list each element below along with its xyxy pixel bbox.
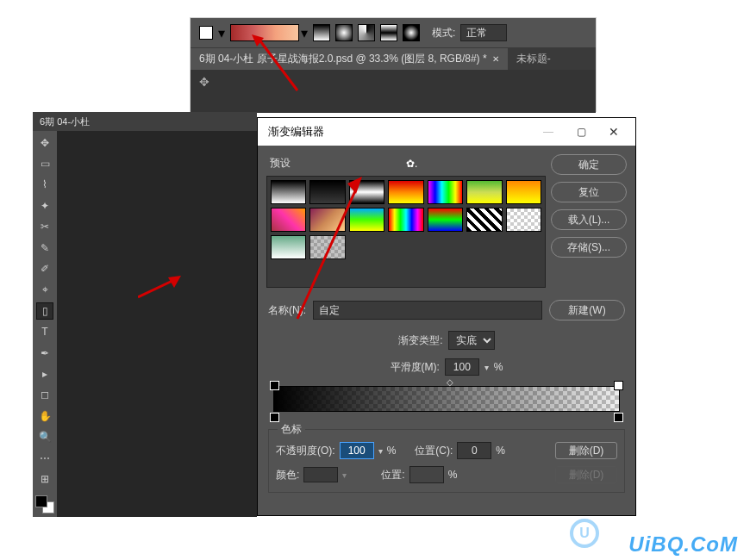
gradient-editor-dialog: 渐变编辑器 预设 ✿. bbox=[257, 117, 636, 516]
presets-grid bbox=[266, 176, 546, 288]
delete-stop-button-disabled: 删除(D) bbox=[555, 466, 617, 483]
clone-tool[interactable]: ⌖ bbox=[36, 282, 53, 298]
preset-swatch[interactable] bbox=[466, 208, 502, 232]
chevron-down-icon[interactable]: ▾ bbox=[484, 363, 489, 372]
gradient-name-input[interactable] bbox=[313, 301, 542, 320]
magic-wand-tool[interactable]: ✦ bbox=[36, 197, 53, 214]
canvas-preview: ✥ bbox=[191, 70, 596, 113]
pen-tool[interactable]: ✒ bbox=[36, 345, 53, 361]
watermark-text: UiBQ.CoM bbox=[628, 532, 738, 557]
preset-swatch[interactable] bbox=[388, 208, 423, 232]
position-input[interactable] bbox=[457, 442, 491, 459]
preset-swatch[interactable] bbox=[506, 180, 541, 204]
dialog-title: 渐变编辑器 bbox=[268, 124, 532, 140]
document-tab-label: 6期 04-小杜 原子星战海报2.0.psd @ 33.3% (图层 8, RG… bbox=[199, 52, 487, 66]
document-tab-label: 未标题- bbox=[516, 52, 551, 66]
close-icon[interactable]: ✕ bbox=[492, 54, 499, 64]
dialog-buttons: 确定 复位 载入(L)... 存储(S)... bbox=[551, 154, 627, 288]
chevron-down-icon: ▾ bbox=[301, 25, 308, 41]
opacity-label: 不透明度(O): bbox=[276, 444, 335, 458]
position2-input bbox=[409, 466, 444, 483]
presets-panel: 预设 ✿. bbox=[266, 154, 546, 288]
photoshop-options-bar: ▾ ▾ 模式: 正常 6期 04-小杜 原子星战海报2.0.psd @ 33.3… bbox=[190, 17, 597, 112]
preset-swatch[interactable] bbox=[271, 180, 306, 204]
percent-label: % bbox=[448, 469, 458, 481]
preset-swatch[interactable] bbox=[309, 235, 345, 259]
opacity-stop-right[interactable] bbox=[614, 381, 623, 390]
color-stop-left[interactable] bbox=[270, 413, 279, 422]
gradient-type-select[interactable]: 实底 bbox=[448, 331, 495, 350]
document-tab-active[interactable]: 6期 04-小杜 原子星战海报2.0.psd @ 33.3% (图层 8, RG… bbox=[191, 48, 508, 70]
more-tool[interactable]: ⋯ bbox=[36, 450, 53, 466]
position2-label: 位置: bbox=[381, 468, 404, 482]
stops-panel: 色标 不透明度(O): ▾ % 位置(C): % 删除(D) 颜色: ▾ 位置:… bbox=[268, 429, 625, 493]
maximize-button[interactable] bbox=[565, 120, 597, 144]
percent-label: % bbox=[494, 361, 503, 373]
delete-stop-button[interactable]: 删除(D) bbox=[555, 442, 617, 459]
document-tabs: 6期 04-小杜 原子星战海报2.0.psd @ 33.3% (图层 8, RG… bbox=[191, 47, 596, 70]
smoothness-label: 平滑度(M): bbox=[391, 360, 440, 375]
blend-mode-label: 模式: bbox=[432, 26, 455, 40]
lasso-tool[interactable]: ⌇ bbox=[36, 177, 53, 193]
blend-mode-select[interactable]: 正常 bbox=[460, 24, 507, 41]
preset-swatch[interactable] bbox=[388, 180, 423, 204]
reflected-gradient-button[interactable] bbox=[380, 24, 397, 41]
dialog-titlebar[interactable]: 渐变编辑器 bbox=[258, 118, 635, 146]
hand-tool[interactable]: ✋ bbox=[36, 408, 53, 424]
close-button[interactable] bbox=[597, 120, 630, 144]
minimize-button[interactable] bbox=[532, 120, 565, 144]
angle-gradient-button[interactable] bbox=[358, 24, 375, 41]
photoshop-window-left: 6期 04-小杜 ✥ ▭ ⌇ ✦ ✂ ✎ ✐ ⌖ ▯ T ✒ ▸ ◻ ✋ 🔍 ⋯… bbox=[33, 112, 257, 517]
document-tab-inactive[interactable]: 未标题- bbox=[508, 48, 559, 70]
color-chip bbox=[303, 467, 338, 482]
preset-swatch[interactable] bbox=[309, 208, 345, 232]
foreground-swatch[interactable] bbox=[199, 26, 213, 40]
edit-toolbar[interactable]: ⊞ bbox=[36, 470, 53, 487]
diamond-gradient-button[interactable] bbox=[403, 24, 420, 41]
move-tool-icon: ✥ bbox=[199, 75, 209, 89]
preset-swatch[interactable] bbox=[506, 208, 541, 232]
gradient-bar[interactable]: ◇ bbox=[258, 383, 635, 414]
smoothness-input[interactable] bbox=[445, 358, 479, 376]
preset-swatch[interactable] bbox=[309, 180, 345, 204]
radial-gradient-button[interactable] bbox=[335, 24, 353, 41]
preset-swatch[interactable] bbox=[271, 235, 306, 259]
gear-icon[interactable]: ✿. bbox=[406, 158, 542, 170]
canvas-area[interactable] bbox=[57, 131, 257, 517]
save-button[interactable]: 存储(S)... bbox=[551, 237, 627, 258]
preset-swatch[interactable] bbox=[349, 208, 384, 232]
preset-swatch[interactable] bbox=[466, 180, 502, 204]
chevron-down-icon[interactable]: ▾ bbox=[378, 446, 383, 456]
preset-swatch[interactable] bbox=[428, 180, 463, 204]
preset-swatch[interactable] bbox=[428, 208, 463, 232]
type-tool[interactable]: T bbox=[36, 324, 53, 340]
brush-tool[interactable]: ✐ bbox=[36, 260, 53, 277]
opacity-input[interactable] bbox=[340, 442, 374, 459]
load-button[interactable]: 载入(L)... bbox=[551, 209, 627, 230]
new-button[interactable]: 新建(W) bbox=[549, 300, 625, 320]
crop-tool[interactable]: ✂ bbox=[36, 219, 53, 235]
watermark-icon: U bbox=[570, 519, 599, 548]
midpoint-marker[interactable]: ◇ bbox=[447, 377, 453, 387]
reset-button[interactable]: 复位 bbox=[551, 182, 627, 202]
opacity-stop-left[interactable] bbox=[270, 381, 279, 390]
preset-swatch[interactable] bbox=[271, 208, 306, 232]
move-tool[interactable]: ✥ bbox=[36, 134, 53, 151]
marquee-tool[interactable]: ▭ bbox=[36, 155, 53, 171]
stops-title: 色标 bbox=[278, 422, 305, 437]
eyedropper-tool[interactable]: ✎ bbox=[36, 240, 53, 256]
color-stop-right[interactable] bbox=[614, 413, 623, 422]
gradient-ramp[interactable] bbox=[273, 386, 620, 412]
gradient-tool[interactable]: ▯ bbox=[36, 302, 53, 319]
color-label: 颜色: bbox=[276, 468, 299, 482]
percent-label: % bbox=[496, 445, 505, 457]
color-swatches[interactable] bbox=[35, 495, 54, 513]
path-tool[interactable]: ▸ bbox=[36, 365, 53, 382]
preset-swatch[interactable] bbox=[349, 180, 384, 204]
ok-button[interactable]: 确定 bbox=[551, 154, 627, 175]
shape-tool[interactable]: ◻ bbox=[36, 387, 53, 403]
zoom-tool[interactable]: 🔍 bbox=[36, 428, 53, 445]
linear-gradient-button[interactable] bbox=[313, 24, 330, 41]
gradient-preview-dropdown[interactable]: ▾ bbox=[230, 24, 308, 41]
swatch-dropdown[interactable]: ▾ bbox=[218, 25, 225, 41]
